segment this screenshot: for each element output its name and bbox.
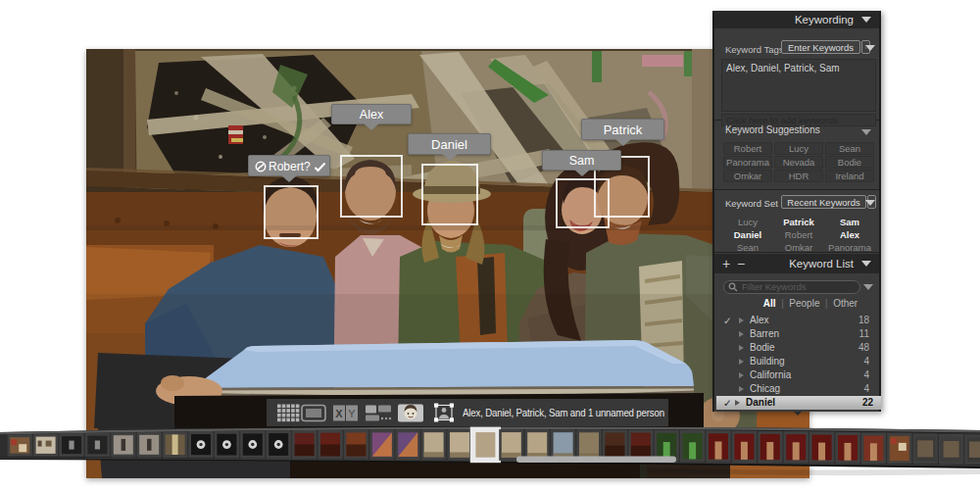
svg-text:Y: Y xyxy=(348,408,356,419)
svg-text:X: X xyxy=(335,408,343,419)
